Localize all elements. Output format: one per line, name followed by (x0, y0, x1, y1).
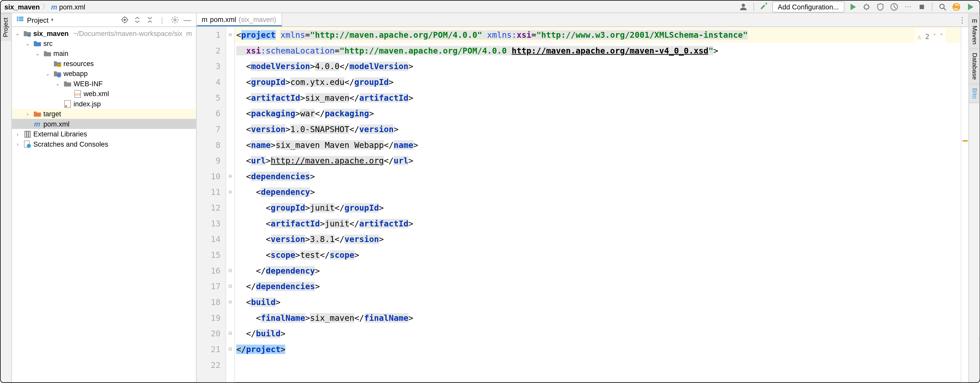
code-content[interactable]: <project xmlns="http://maven.apache.org/… (235, 27, 961, 382)
chevron-up-icon[interactable]: ˄ (933, 29, 936, 45)
svg-rect-11 (19, 20, 24, 21)
rail-tab-project[interactable]: Project (0, 13, 11, 41)
svg-point-17 (57, 73, 60, 77)
folder-icon (43, 49, 52, 58)
gear-icon[interactable] (170, 15, 180, 25)
project-title[interactable]: Project (27, 16, 48, 24)
fold-gutter[interactable]: ⊖⊖⊖⊟⊟⊖⊟⊟ (226, 27, 235, 382)
breadcrumb-item[interactable]: six_maven (4, 3, 40, 10)
rail-tab-database[interactable]: Database (969, 49, 980, 84)
breadcrumbs: six_maven〉mpom.xml (4, 2, 85, 11)
svg-point-14 (174, 19, 176, 21)
stop-icon[interactable] (916, 1, 927, 12)
folder-tgt-icon (33, 109, 41, 118)
run-icon[interactable] (847, 1, 858, 12)
divider (753, 2, 754, 11)
hide-icon[interactable]: — (182, 15, 192, 25)
svg-text:xml: xml (75, 92, 80, 96)
svg-point-0 (741, 3, 745, 6)
tab-pom-xml[interactable]: m pom.xml (six_maven) (197, 13, 282, 27)
folder-web-icon (53, 69, 62, 78)
tree-node[interactable]: ›target (12, 109, 196, 119)
project-tree[interactable]: ⌄six_maven~/Documents/maven-workspace/si… (12, 27, 196, 382)
breadcrumb-item[interactable]: mpom.xml (51, 3, 85, 10)
hammer-icon[interactable] (758, 1, 770, 12)
error-stripe[interactable] (961, 27, 969, 382)
attach-icon[interactable]: ⋯ (902, 1, 913, 12)
tree-node[interactable]: ⌄main (12, 48, 196, 58)
run-anything-icon[interactable] (964, 1, 976, 12)
folder-icon (63, 79, 72, 88)
chevron-down-icon[interactable]: ▾ (51, 17, 54, 23)
line-number-gutter[interactable]: 12345678910111213141516171819202122 (197, 27, 226, 382)
tree-node[interactable]: ›Scratches and Consoles (12, 139, 196, 149)
svg-point-26 (27, 144, 30, 148)
collapse-all-icon[interactable] (145, 15, 154, 25)
svg-rect-23 (27, 131, 28, 137)
svg-rect-9 (19, 17, 24, 18)
svg-rect-8 (17, 20, 18, 21)
svg-point-21 (65, 105, 67, 107)
tree-node[interactable]: resources (12, 58, 196, 68)
profiler-icon[interactable] (889, 1, 900, 12)
search-icon[interactable] (937, 1, 948, 12)
maven-file-icon: m (202, 15, 208, 23)
module-icon (23, 29, 32, 38)
code-editor[interactable]: 12345678910111213141516171819202122 ⊖⊖⊖⊟… (197, 27, 968, 382)
tree-node[interactable]: index.jsp (12, 99, 196, 109)
tree-node[interactable]: ⌄src (12, 38, 196, 48)
right-tool-rail: m MavenDatabaseBito (968, 13, 980, 383)
inspections-widget[interactable]: ⚠ 2 ˄ ˅ (915, 28, 946, 45)
xml-icon: xml (73, 89, 82, 98)
editor-area: m pom.xml (six_maven) ⋮ 1234567891011121… (197, 13, 968, 383)
svg-rect-7 (17, 18, 18, 19)
svg-rect-16 (57, 64, 60, 67)
rail-tab-bito[interactable]: Bito (969, 84, 980, 103)
project-header: Project ▾ | — (12, 13, 196, 27)
rail-tab-maven[interactable]: m Maven (969, 13, 980, 49)
svg-point-13 (124, 19, 125, 21)
folder-res-icon (53, 59, 62, 68)
tree-node[interactable]: ⌄webapp (12, 69, 196, 78)
svg-rect-22 (24, 131, 26, 137)
tree-node[interactable]: ⌄WEB-INF (12, 78, 196, 88)
lib-icon (23, 129, 32, 139)
coverage-icon[interactable] (875, 1, 886, 12)
svg-rect-6 (17, 17, 18, 18)
user-icon[interactable] (738, 1, 749, 12)
debug-icon[interactable] (861, 1, 872, 12)
project-tool-window: Project ▾ | — ⌄six_maven~/Documents/mave… (12, 13, 197, 383)
chevron-down-icon[interactable]: ˅ (940, 29, 943, 45)
expand-all-icon[interactable] (132, 15, 142, 25)
divider: | (157, 15, 167, 25)
folder-src-icon (33, 39, 41, 48)
locate-icon[interactable] (119, 15, 129, 25)
tree-node[interactable]: xmlweb.xml (12, 89, 196, 99)
editor-tabs: m pom.xml (six_maven) ⋮ (197, 13, 968, 27)
svg-point-4 (940, 4, 944, 8)
tree-node[interactable]: ›External Libraries (12, 129, 196, 139)
tree-node[interactable]: ⌄six_maven~/Documents/maven-workspace/si… (12, 28, 196, 38)
divider (932, 2, 932, 11)
svg-rect-24 (29, 131, 30, 137)
breadcrumb-separator: 〉 (42, 2, 49, 11)
svg-rect-15 (27, 34, 30, 37)
sync-icon[interactable] (951, 1, 962, 12)
navigation-bar: six_maven〉mpom.xml Add Configuration... … (0, 0, 980, 13)
svg-rect-10 (19, 18, 24, 19)
left-tool-rail: Project (0, 13, 12, 383)
tree-node[interactable]: mpom.xml (12, 119, 196, 129)
svg-rect-3 (920, 4, 924, 9)
scratch-icon (23, 139, 32, 148)
tab-menu-icon[interactable]: ⋮ (956, 13, 968, 27)
jsp-icon (63, 99, 72, 109)
add-configuration-button[interactable]: Add Configuration... (772, 1, 845, 12)
project-view-icon (16, 14, 25, 25)
m-icon: m (33, 120, 41, 129)
warning-icon: ⚠ (917, 29, 921, 45)
